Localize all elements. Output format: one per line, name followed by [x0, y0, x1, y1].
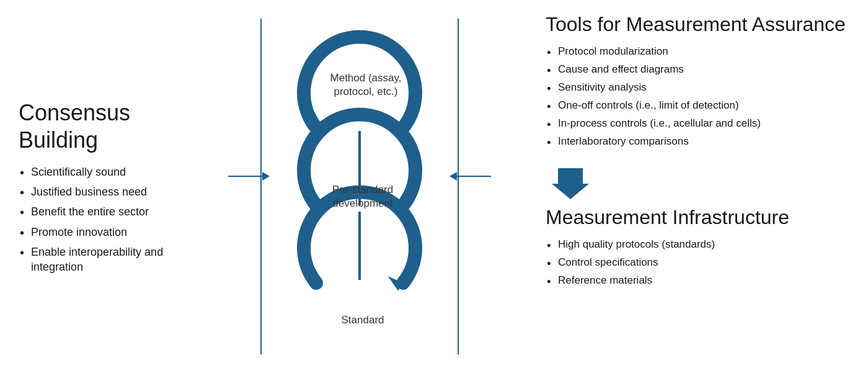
- tools-bullet-item: One-off controls (i.e., limit of detecti…: [546, 99, 849, 113]
- svg-text:Pre-standard: Pre-standard: [332, 184, 393, 195]
- vertical-line-right: [458, 19, 459, 354]
- infra-bullet-item: Control specifications: [546, 256, 849, 270]
- consensus-bullet-item: Promote innovation: [19, 225, 198, 240]
- tools-title: Tools for Measurement Assurance: [546, 12, 849, 36]
- svg-text:protocol, etc.): protocol, etc.): [334, 86, 398, 97]
- flow-diagram-svg: Method (assay, protocol, etc.) Pre-stand…: [267, 13, 453, 361]
- center-section: Method (assay, protocol, etc.) Pre-stand…: [211, 0, 508, 373]
- svg-text:Method (assay,: Method (assay,: [330, 72, 402, 84]
- consensus-title: Consensus Building: [19, 99, 198, 153]
- infra-bullet-item: Reference materials: [546, 274, 849, 288]
- svg-marker-10: [552, 168, 589, 199]
- consensus-bullet-item: Justified business need: [19, 184, 198, 199]
- vertical-line-left: [260, 19, 262, 354]
- down-arrow-svg: [552, 165, 589, 199]
- tools-bullet-item: Cause and effect diagrams: [546, 63, 849, 77]
- right-section: Tools for Measurement Assurance Protocol…: [508, 0, 868, 373]
- left-section: Consensus Building Scientifically soundJ…: [0, 0, 211, 373]
- svg-text:development: development: [332, 197, 393, 209]
- tools-bullet-item: Protocol modularization: [546, 45, 849, 59]
- consensus-bullet-item: Enable interoperability and integration: [19, 245, 198, 275]
- left-arrow: [228, 172, 270, 181]
- tools-list: Protocol modularizationCause and effect …: [546, 45, 849, 153]
- svg-text:Standard: Standard: [342, 314, 384, 326]
- consensus-bullet-item: Benefit the entire sector: [19, 204, 198, 219]
- down-arrow-area: [546, 165, 849, 199]
- page-container: Consensus Building Scientifically soundJ…: [0, 0, 868, 373]
- infra-title: Measurement Infrastructure: [546, 205, 849, 229]
- infra-list: High quality protocols (standards)Contro…: [546, 238, 849, 292]
- consensus-bullet-list: Scientifically soundJustified business n…: [19, 164, 198, 280]
- right-arrow: [450, 172, 491, 181]
- tools-bullet-item: Sensitivity analysis: [546, 81, 849, 95]
- tools-bullet-item: Interlaboratory comparisons: [546, 135, 849, 149]
- infra-bullet-item: High quality protocols (standards): [546, 238, 849, 252]
- tools-bullet-item: In-process controls (i.e., acellular and…: [546, 117, 849, 131]
- consensus-bullet-item: Scientifically sound: [19, 164, 198, 179]
- diagram-area: Method (assay, protocol, etc.) Pre-stand…: [267, 13, 453, 361]
